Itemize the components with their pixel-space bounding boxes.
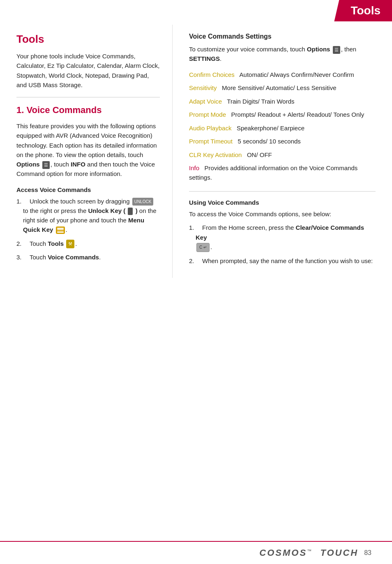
tools-label: Tools [48, 240, 64, 247]
tools-icon: ⚒ [66, 240, 74, 248]
options-label: Options [16, 161, 40, 168]
access-item-2: 2. Touch Tools ⚒. [16, 239, 160, 249]
clear-voice-label: Clear/Voice Commands Key [196, 224, 364, 240]
bottom-bar: COSMOS™ TOUCH 83 [0, 541, 392, 564]
settings-list: Confirm Choices Automatic/ Always Confir… [189, 70, 376, 183]
key-icon [128, 208, 133, 215]
clr-key-value: ON/ OFF [244, 151, 272, 158]
setting-clr-key: CLR Key Activation ON/ OFF [189, 150, 376, 160]
access-item-1: 1. Unlock the touch screen by dragging U… [16, 196, 160, 235]
options-icon: ☰ [42, 161, 50, 169]
options-bold-label: Options [307, 46, 330, 53]
info-label: INFO [71, 161, 85, 168]
voice-commands-body: This feature provides you with the follo… [16, 121, 160, 179]
clr-key-label: CLR Key Activation [189, 151, 242, 158]
right-column: Voice Commands Settings To customize you… [173, 25, 392, 278]
prompt-timeout-value: 5 seconds/ 10 seconds [234, 138, 301, 145]
voice-commands-label: Voice Commands [48, 254, 99, 261]
sensitivity-value: More Sensitive/ Automatic/ Less Sensitiv… [219, 84, 337, 91]
setting-info: Info Provides additional information on … [189, 164, 376, 182]
adapt-voice-label: Adapt Voice [189, 98, 222, 105]
clr-icon: C ↵ [196, 243, 210, 252]
left-section-title: Tools [16, 33, 160, 46]
setting-confirm-choices: Confirm Choices Automatic/ Always Confir… [189, 70, 376, 80]
unlock-icon: UNLOCK [132, 198, 154, 206]
confirm-choices-value: Automatic/ Always Confirm/Never Confirm [236, 71, 354, 78]
intro-text: Your phone tools include Voice Commands,… [16, 51, 160, 90]
info-label-setting: Info [189, 164, 199, 171]
menu-quick-key-label: Menu Quick Key [23, 217, 144, 233]
menu-icon [56, 227, 65, 234]
page-number: 83 [364, 549, 371, 557]
prompt-mode-label: Prompt Mode [189, 111, 226, 118]
top-tab-label: Tools [350, 4, 380, 17]
info-value: Provides additional information on the V… [189, 164, 357, 181]
prompt-mode-value: Prompts/ Readout + Alerts/ Readout/ Tone… [228, 111, 364, 118]
voice-commands-title: 1. Voice Commands [16, 105, 160, 116]
access-title: Access Voice Commands [16, 186, 160, 193]
settings-bold-label: SETTINGS [189, 55, 220, 62]
left-column: Tools Your phone tools include Voice Com… [0, 25, 173, 278]
setting-sensitivity: Sensitivity More Sensitive/ Automatic/ L… [189, 83, 376, 93]
top-tab: Tools [334, 0, 392, 21]
adapt-voice-value: Train Digits/ Train Words [224, 98, 294, 105]
prompt-timeout-label: Prompt Timeout [189, 138, 233, 145]
brand-name: COSMOS [259, 548, 307, 558]
audio-playback-value: Speakerphone/ Earpiece [233, 125, 304, 132]
using-vc-item-1: 1. From the Home screen, press the Clear… [189, 223, 376, 252]
product-name: TOUCH [320, 548, 358, 558]
confirm-choices-label: Confirm Choices [189, 71, 235, 78]
options-icon-right: ☰ [333, 46, 340, 54]
audio-playback-label: Audio Playback [189, 125, 231, 132]
vc-settings-intro: To customize your voice commands, touch … [189, 44, 376, 64]
setting-audio-playback: Audio Playback Speakerphone/ Earpiece [189, 124, 376, 133]
access-list: 1. Unlock the touch screen by dragging U… [16, 196, 160, 262]
setting-adapt-voice: Adapt Voice Train Digits/ Train Words [189, 97, 376, 106]
brand-logo: COSMOS™ TOUCH [259, 548, 358, 558]
using-vc-intro: To access the Voice Commands options, se… [189, 209, 376, 219]
vc-settings-title: Voice Commands Settings [189, 33, 376, 40]
access-item-3: 3. Touch Voice Commands. [16, 252, 160, 262]
sensitivity-label: Sensitivity [189, 84, 217, 91]
unlock-key-label: Unlock Key ( [88, 207, 125, 214]
using-vc-list: 1. From the Home screen, press the Clear… [189, 223, 376, 266]
using-vc-item-2: 2. When prompted, say the name of the fu… [189, 256, 376, 266]
setting-prompt-mode: Prompt Mode Prompts/ Readout + Alerts/ R… [189, 110, 376, 120]
trademark: ™ [307, 548, 313, 553]
using-vc-title: Using Voice Commands [189, 199, 376, 206]
setting-prompt-timeout: Prompt Timeout 5 seconds/ 10 seconds [189, 137, 376, 146]
